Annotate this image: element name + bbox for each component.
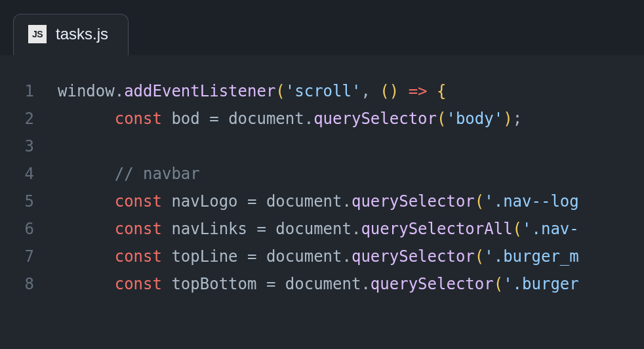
file-tab-label: tasks.js [56, 25, 108, 43]
code-content: const topBottom = document.querySelector… [58, 270, 644, 298]
code-line: 3 [0, 133, 644, 160]
code-content: const bod = document.querySelector('body… [58, 105, 644, 133]
code-content: const navLinks = document.querySelectorA… [58, 215, 644, 243]
line-number: 6 [0, 215, 58, 243]
line-number: 7 [0, 243, 58, 270]
code-line: 4 // navbar [0, 160, 644, 188]
line-number: 2 [0, 105, 58, 133]
line-number: 4 [0, 160, 58, 188]
code-line: 1 window.addEventListener('scroll', () =… [0, 77, 644, 105]
code-content: window.addEventListener('scroll', () => … [58, 77, 644, 105]
code-content: // navbar [58, 160, 644, 188]
line-number: 3 [0, 133, 58, 160]
code-line: 7 const topLine = document.querySelector… [0, 243, 644, 270]
code-line: 5 const navLogo = document.querySelector… [0, 188, 644, 215]
line-number: 1 [0, 77, 58, 105]
code-line: 6 const navLinks = document.querySelecto… [0, 215, 644, 243]
code-content: const topLine = document.querySelector('… [58, 243, 644, 270]
code-line: 2 const bod = document.querySelector('bo… [0, 105, 644, 133]
js-file-icon: JS [28, 25, 47, 43]
line-number: 5 [0, 188, 58, 215]
line-number: 8 [0, 270, 58, 298]
code-editor[interactable]: 1 window.addEventListener('scroll', () =… [0, 55, 644, 298]
code-content: const navLogo = document.querySelector('… [58, 188, 644, 215]
tab-bar: JS tasks.js [0, 0, 644, 55]
code-line: 8 const topBottom = document.querySelect… [0, 270, 644, 298]
code-content [58, 133, 644, 160]
file-tab[interactable]: JS tasks.js [13, 14, 129, 55]
